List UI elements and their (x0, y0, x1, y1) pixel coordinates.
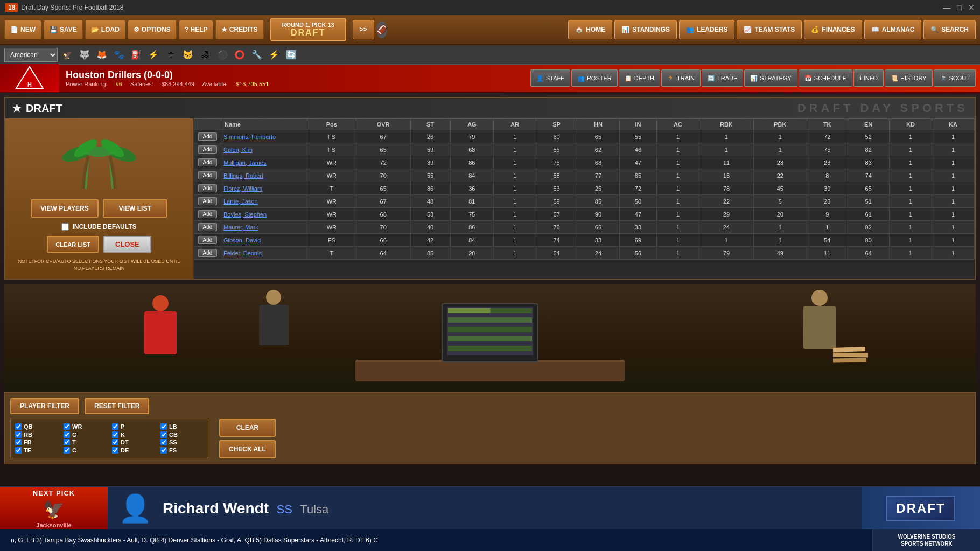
pos-label-cb: CB (169, 431, 178, 438)
pos-checkbox-t[interactable] (64, 439, 70, 445)
search-button[interactable]: 🔍 SEARCH (923, 20, 976, 39)
roster-button[interactable]: 👥 ROSTER (571, 69, 618, 87)
scout-button[interactable]: 🔭 SCOUT (934, 69, 976, 87)
team-icon-13[interactable]: ⚡ (267, 47, 282, 62)
view-players-button[interactable]: VIEW PLAYERS (31, 199, 99, 218)
rbk-cell: 29 (699, 208, 754, 221)
pos-checkbox-qb[interactable] (15, 423, 22, 430)
add-player-button[interactable]: Add (198, 132, 218, 141)
arrows-button[interactable]: >> (353, 20, 374, 39)
in-cell: 69 (619, 234, 656, 247)
team-icon-14[interactable]: 🔄 (284, 47, 299, 62)
player-link[interactable]: Gibson, David (223, 237, 261, 243)
pos-checkbox-fb[interactable] (15, 439, 22, 445)
pos-checkbox-dt[interactable] (112, 439, 118, 445)
add-player-button[interactable]: Add (198, 249, 218, 257)
team-icon-3[interactable]: 🦊 (94, 47, 109, 62)
player-link[interactable]: Billings, Robert (223, 172, 263, 179)
st-cell: 53 (410, 208, 450, 221)
add-player-button[interactable]: Add (198, 184, 218, 192)
add-player-button[interactable]: Add (198, 223, 218, 231)
standings-button[interactable]: 📊 STANDINGS (614, 20, 677, 39)
player-link[interactable]: Colon, Kim (223, 147, 253, 153)
help-button[interactable]: ? HELP (179, 20, 214, 39)
history-button[interactable]: 📜 HISTORY (885, 69, 933, 87)
player-link[interactable]: Florez, William (223, 185, 262, 192)
view-list-button[interactable]: VIEW LIST (103, 199, 167, 218)
pos-checkbox-c[interactable] (64, 447, 70, 454)
pos-checkbox-ss[interactable] (160, 439, 167, 445)
include-defaults-checkbox[interactable] (61, 223, 69, 231)
minimize-button[interactable]: — (943, 3, 951, 12)
ovr-cell: 70 (356, 169, 410, 182)
nextpick-player-name: Richard Wendt (163, 500, 269, 517)
team-icon-2[interactable]: 🐺 (77, 47, 92, 62)
add-player-button[interactable]: Add (198, 171, 218, 179)
team-icon-4[interactable]: 🐾 (111, 47, 127, 62)
add-player-button[interactable]: Add (198, 158, 218, 166)
leaders-button[interactable]: 👥 LEADERS (679, 20, 734, 39)
player-link[interactable]: Maurer, Mark (223, 224, 258, 231)
team-icon-6[interactable]: ⚡ (146, 47, 161, 62)
close-button[interactable]: CLOSE (103, 236, 151, 253)
team-icon-5[interactable]: ⛽ (129, 47, 144, 62)
add-cell: Add (194, 221, 221, 234)
clear-list-button[interactable]: CLEAR LIST (47, 236, 99, 253)
add-player-button[interactable]: Add (198, 145, 218, 154)
depth-button[interactable]: 📋 DEPTH (619, 69, 660, 87)
schedule-button[interactable]: 📅 SCHEDULE (799, 69, 852, 87)
pos-checkbox-de[interactable] (112, 447, 118, 454)
check-all-button[interactable]: CHECK ALL (219, 440, 276, 458)
team-icon-1[interactable]: 🦅 (60, 47, 75, 62)
player-link[interactable]: Felder, Dennis (223, 250, 262, 256)
pos-checkbox-k[interactable] (112, 431, 118, 438)
player-link[interactable]: Larue, Jason (223, 198, 258, 205)
pos-checkbox-cb[interactable] (160, 431, 167, 438)
finances-button[interactable]: 💰 FINANCES (804, 20, 862, 39)
ag-cell: 84 (450, 234, 494, 247)
info-button[interactable]: ℹ INFO (853, 69, 884, 87)
close-button[interactable]: ✕ (968, 3, 975, 12)
kd-cell: 1 (889, 143, 932, 156)
player-link[interactable]: Boyles, Stephen (223, 211, 267, 218)
clear-filter-button[interactable]: CLEAR (219, 419, 276, 437)
home-button[interactable]: 🏠 HOME (568, 20, 612, 39)
add-player-button[interactable]: Add (198, 236, 218, 244)
pos-checkbox-lb[interactable] (160, 423, 167, 430)
almanac-button[interactable]: 📖 ALMANAC (864, 20, 922, 39)
pos-checkbox-g[interactable] (64, 431, 70, 438)
team-icon-10[interactable]: ⚫ (215, 47, 230, 62)
options-button[interactable]: ⚙ OPTIONS (128, 20, 177, 39)
league-selector[interactable]: American (4, 48, 58, 62)
pos-checkbox-p[interactable] (112, 423, 118, 430)
team-icon-7[interactable]: 🗡 (163, 47, 178, 62)
team-icon-12[interactable]: 🔧 (249, 47, 264, 62)
add-player-button[interactable]: Add (198, 210, 218, 218)
player-filter-button[interactable]: PLAYER FILTER (10, 398, 79, 414)
team-icon-11[interactable]: ⭕ (232, 47, 247, 62)
load-button[interactable]: 📂 LOAD (85, 20, 125, 39)
team-icon-9[interactable]: 🏖 (198, 47, 213, 62)
save-button[interactable]: 💾 SAVE (44, 20, 83, 39)
pos-checkbox-rb[interactable] (15, 431, 22, 438)
sp-cell: 60 (536, 130, 577, 143)
add-player-button[interactable]: Add (198, 197, 218, 205)
ovr-cell: 65 (356, 143, 410, 156)
train-button[interactable]: 🏃 TRAIN (661, 69, 701, 87)
pos-checkbox-fs[interactable] (160, 447, 167, 454)
add-cell: Add (194, 182, 221, 195)
pos-checkbox-te[interactable] (15, 447, 22, 454)
new-button[interactable]: 📄 NEW (4, 20, 41, 39)
team-stats-button[interactable]: 📈 TEAM STATS (737, 20, 802, 39)
maximize-button[interactable]: □ (957, 3, 962, 12)
strategy-button[interactable]: 📊 STRATEGY (744, 69, 797, 87)
trade-button[interactable]: 🔄 TRADE (702, 69, 743, 87)
player-link[interactable]: Simmons, Heriberto (223, 134, 276, 140)
pos-checkbox-wr[interactable] (64, 423, 70, 430)
player-link[interactable]: Mulligan, James (223, 159, 266, 166)
staff-button[interactable]: 👤 STAFF (530, 69, 570, 87)
credits-button[interactable]: ★ CREDITS (215, 20, 263, 39)
reset-filter-button[interactable]: RESET FILTER (85, 398, 149, 414)
draft-table-scroll[interactable]: Name Pos OVR ST AG AR SP HN IN AC RBK (194, 118, 975, 263)
team-icon-8[interactable]: 🐱 (180, 47, 195, 62)
